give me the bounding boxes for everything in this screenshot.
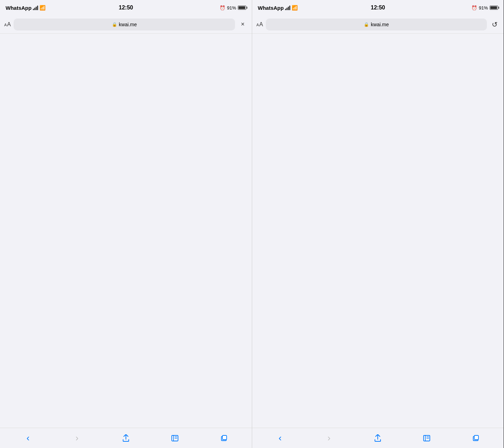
status-bar-right: WhatsApp 📶 12:50 ⏰ 91% xyxy=(252,0,504,15)
tabs-button-right[interactable] xyxy=(468,430,483,446)
safari-bottom-left: ‹ › xyxy=(0,428,252,448)
url-text-right: kwai.me xyxy=(371,22,389,27)
status-right-right: ⏰ 91% xyxy=(471,5,498,10)
url-bar-right[interactable]: 🔒 kwai.me xyxy=(266,19,487,30)
status-left-left: WhatsApp 📶 xyxy=(6,5,45,11)
books-button-right[interactable] xyxy=(419,430,434,446)
alarm-icon-right: ⏰ xyxy=(471,5,477,10)
battery-icon-right xyxy=(490,6,498,10)
signal-icon-left xyxy=(33,6,38,10)
books-button-left[interactable] xyxy=(167,430,183,446)
app-name-right: WhatsApp xyxy=(258,5,284,11)
signal-icon-right xyxy=(285,6,290,10)
status-bar-left: WhatsApp 📶 12:50 ⏰ 91% xyxy=(0,0,252,15)
time-right: 12:50 xyxy=(371,5,385,11)
left-phone-panel: WhatsApp 📶 12:50 ⏰ 91% A A 🔒 kwai.me × xyxy=(0,0,252,448)
tabs-button-left[interactable] xyxy=(216,430,232,446)
forward-button-right[interactable]: › xyxy=(321,430,337,446)
close-button-left[interactable]: × xyxy=(238,20,248,29)
wifi-icon-right: 📶 xyxy=(292,5,298,10)
reload-button-right[interactable]: ↺ xyxy=(490,20,499,29)
app-name-left: WhatsApp xyxy=(6,5,31,11)
battery-text-right: 91% xyxy=(479,5,488,10)
lock-icon-left: 🔒 xyxy=(112,22,117,27)
alarm-icon-left: ⏰ xyxy=(220,5,225,10)
right-phone-panel: WhatsApp 📶 12:50 ⏰ 91% A A 🔒 kwai.me ↺ xyxy=(252,0,504,448)
safari-bottom-right: ‹ › xyxy=(252,428,504,448)
back-button-left[interactable]: ‹ xyxy=(20,430,36,446)
battery-text-left: 91% xyxy=(227,5,236,10)
browser-bar-right[interactable]: A A 🔒 kwai.me ↺ xyxy=(252,15,504,34)
status-left-right: WhatsApp 📶 xyxy=(258,5,298,11)
url-bar-left[interactable]: 🔒 kwai.me xyxy=(14,19,235,30)
share-button-right[interactable] xyxy=(370,430,385,446)
battery-icon-left xyxy=(238,6,246,10)
svg-rect-5 xyxy=(474,435,478,440)
time-left: 12:50 xyxy=(119,5,133,11)
share-button-left[interactable] xyxy=(118,430,134,446)
svg-rect-2 xyxy=(222,435,227,440)
lock-icon-right: 🔒 xyxy=(364,22,369,27)
aa-button-left[interactable]: A A xyxy=(4,21,11,28)
status-right-left: ⏰ 91% xyxy=(220,5,246,10)
back-button-right[interactable]: ‹ xyxy=(272,430,288,446)
browser-bar-left[interactable]: A A 🔒 kwai.me × xyxy=(0,15,252,34)
forward-button-left[interactable]: › xyxy=(69,430,85,446)
wifi-icon-left: 📶 xyxy=(40,5,45,10)
url-text-left: kwai.me xyxy=(119,22,137,27)
aa-button-right[interactable]: A A xyxy=(256,21,263,28)
